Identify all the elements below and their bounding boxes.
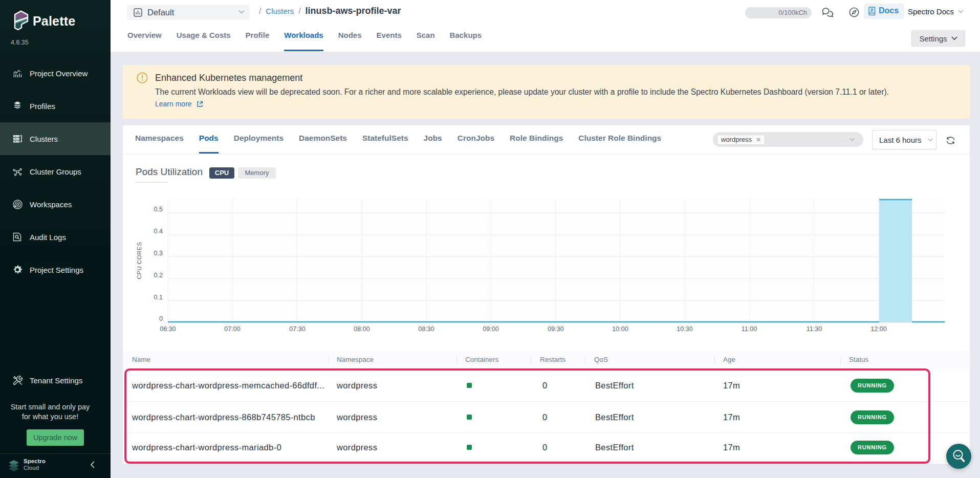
svg-text:0.5: 0.5	[154, 206, 163, 213]
svg-text:0.4: 0.4	[154, 228, 163, 235]
svg-text:09:30: 09:30	[548, 325, 563, 333]
svg-text:CPU CORES: CPU CORES	[136, 242, 142, 279]
svg-text:12:00: 12:00	[870, 325, 886, 333]
svg-text:10:30: 10:30	[677, 325, 692, 333]
svg-text:06:30: 06:30	[160, 325, 176, 333]
svg-text:0.1: 0.1	[154, 294, 163, 301]
svg-text:09:00: 09:00	[483, 325, 498, 333]
svg-text:08:00: 08:00	[354, 325, 369, 333]
svg-text:11:00: 11:00	[742, 325, 757, 333]
svg-text:0.3: 0.3	[154, 250, 163, 257]
svg-text:10:00: 10:00	[612, 325, 628, 333]
svg-text:0.2: 0.2	[154, 272, 163, 279]
svg-text:11:30: 11:30	[807, 325, 822, 333]
svg-text:0: 0	[159, 315, 163, 322]
svg-text:07:30: 07:30	[289, 325, 305, 333]
svg-text:08:30: 08:30	[418, 325, 434, 333]
svg-text:07:00: 07:00	[224, 325, 240, 333]
